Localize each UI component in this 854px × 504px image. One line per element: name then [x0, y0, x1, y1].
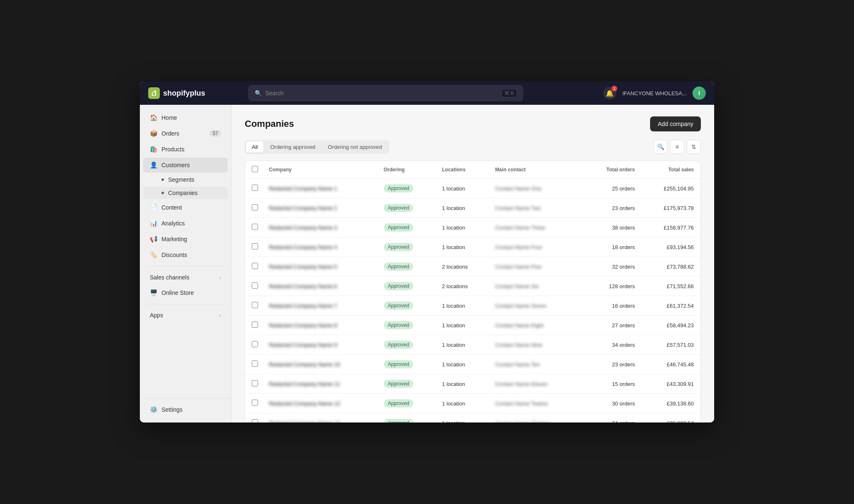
- row-checkbox-cell[interactable]: [245, 198, 262, 218]
- sidebar-item-products[interactable]: 🛍️ Products: [143, 142, 228, 157]
- company-name-cell[interactable]: Redacted Company Name 8: [262, 316, 377, 335]
- sidebar-item-apps[interactable]: Apps ›: [143, 308, 228, 322]
- filter-button[interactable]: ≡: [670, 140, 684, 154]
- row-checkbox-3[interactable]: [252, 243, 258, 250]
- company-name-cell[interactable]: Redacted Company Name 13: [262, 413, 377, 423]
- row-checkbox-8[interactable]: [252, 341, 258, 347]
- company-name-cell[interactable]: Redacted Company Name 5: [262, 257, 377, 277]
- sidebar-item-online-store[interactable]: 🖥️ Online Store: [143, 285, 228, 300]
- company-name-cell[interactable]: Redacted Company Name 4: [262, 237, 377, 257]
- search-shortcut: ⌘ K: [501, 89, 517, 97]
- approved-badge: Approved: [384, 380, 413, 388]
- analytics-icon: 📊: [150, 220, 157, 227]
- row-checkbox-11[interactable]: [252, 400, 258, 406]
- select-all-checkbox[interactable]: [252, 166, 258, 172]
- company-name-cell[interactable]: Redacted Company Name 11: [262, 374, 377, 394]
- table-row[interactable]: Redacted Company Name 12 Approved 1 loca…: [245, 394, 700, 413]
- row-checkbox-cell[interactable]: [245, 179, 262, 198]
- tab-ordering-approved[interactable]: Ordering approved: [264, 141, 321, 153]
- sidebar-item-home[interactable]: 🏠 Home: [143, 110, 228, 125]
- table-row[interactable]: Redacted Company Name 5 Approved 2 locat…: [245, 257, 700, 277]
- sidebar-item-settings-label: Settings: [161, 406, 183, 413]
- row-checkbox-cell[interactable]: [245, 296, 262, 316]
- row-checkbox-cell[interactable]: [245, 277, 262, 296]
- contact-name: Contact Name Four: [495, 244, 542, 250]
- company-name-cell[interactable]: Redacted Company Name 12: [262, 394, 377, 413]
- row-checkbox-0[interactable]: [252, 185, 258, 191]
- row-checkbox-12[interactable]: [252, 419, 258, 422]
- select-all-header[interactable]: [245, 161, 262, 179]
- row-checkbox-cell[interactable]: [245, 374, 262, 394]
- sidebar-item-content-label: Content: [161, 204, 182, 211]
- row-checkbox-10[interactable]: [252, 380, 258, 386]
- row-checkbox-cell[interactable]: [245, 218, 262, 237]
- sidebar-item-customers[interactable]: 👤 Customers: [143, 158, 228, 173]
- company-name-cell[interactable]: Redacted Company Name 3: [262, 218, 377, 237]
- company-name-cell[interactable]: Redacted Company Name 7: [262, 296, 377, 316]
- sidebar-item-orders[interactable]: 📦 Orders 57: [143, 126, 228, 141]
- row-checkbox-cell[interactable]: [245, 394, 262, 413]
- ordering-status-cell: Approved: [377, 355, 435, 374]
- sidebar-item-content[interactable]: 📄 Content: [143, 200, 228, 215]
- notification-button[interactable]: 🔔 1: [603, 86, 616, 100]
- company-name-cell[interactable]: Redacted Company Name 2: [262, 198, 377, 218]
- table-row[interactable]: Redacted Company Name 7 Approved 1 locat…: [245, 296, 700, 316]
- tab-all[interactable]: All: [246, 141, 263, 153]
- row-checkbox-1[interactable]: [252, 204, 258, 210]
- sidebar-subitem-segments[interactable]: Segments: [143, 173, 228, 186]
- row-checkbox-cell[interactable]: [245, 316, 262, 335]
- sidebar-item-discounts[interactable]: 🏷️ Discounts: [143, 247, 228, 262]
- row-checkbox-6[interactable]: [252, 302, 258, 308]
- company-name-cell[interactable]: Redacted Company Name 10: [262, 355, 377, 374]
- sidebar-subitem-segments-label: Segments: [168, 176, 194, 183]
- add-company-button[interactable]: Add company: [650, 116, 701, 131]
- sidebar-subitem-companies[interactable]: Companies: [143, 187, 228, 199]
- table-row[interactable]: Redacted Company Name 9 Approved 1 locat…: [245, 335, 700, 355]
- row-checkbox-4[interactable]: [252, 263, 258, 269]
- table-row[interactable]: Redacted Company Name 11 Approved 1 loca…: [245, 374, 700, 394]
- tab-ordering-not-approved[interactable]: Ordering not approved: [322, 141, 388, 153]
- sidebar-item-sales-channels[interactable]: Sales channels ›: [143, 270, 228, 284]
- user-avatar[interactable]: I: [693, 86, 706, 100]
- row-checkbox-cell[interactable]: [245, 237, 262, 257]
- search-placeholder: Search: [265, 90, 498, 96]
- sidebar-item-analytics[interactable]: 📊 Analytics: [143, 216, 228, 231]
- apps-arrow: ›: [219, 313, 221, 318]
- sidebar-item-marketing[interactable]: 📢 Marketing: [143, 232, 228, 247]
- topbar-right: 🔔 1 IFANCYONE WHOLESA... I: [603, 86, 706, 100]
- row-checkbox-7[interactable]: [252, 321, 258, 328]
- table-row[interactable]: Redacted Company Name 8 Approved 1 locat…: [245, 316, 700, 335]
- row-checkbox-5[interactable]: [252, 282, 258, 289]
- company-name-cell[interactable]: Redacted Company Name 9: [262, 335, 377, 355]
- ordering-status-cell: Approved: [377, 316, 435, 335]
- row-checkbox-9[interactable]: [252, 361, 258, 367]
- company-name-cell[interactable]: Redacted Company Name 6: [262, 277, 377, 296]
- row-checkbox-cell[interactable]: [245, 257, 262, 277]
- table-row[interactable]: Redacted Company Name 10 Approved 1 loca…: [245, 355, 700, 374]
- table-row[interactable]: Redacted Company Name 2 Approved 1 locat…: [245, 198, 700, 218]
- locations-cell: 1 location: [435, 296, 489, 316]
- approved-badge: Approved: [384, 341, 413, 349]
- table-row[interactable]: Redacted Company Name 6 Approved 2 locat…: [245, 277, 700, 296]
- total-sales-cell: £36,882.54: [641, 413, 700, 423]
- row-checkbox-cell[interactable]: [245, 355, 262, 374]
- search-bar[interactable]: 🔍 Search ⌘ K: [248, 85, 523, 101]
- sort-button[interactable]: ⇅: [687, 140, 701, 154]
- table-row[interactable]: Redacted Company Name 4 Approved 1 locat…: [245, 237, 700, 257]
- table-row[interactable]: Redacted Company Name 13 Approved 1 loca…: [245, 413, 700, 423]
- marketing-icon: 📢: [150, 235, 157, 243]
- content-area: Companies Add company All Ordering appro…: [231, 105, 714, 422]
- sidebar-divider-1: [146, 266, 224, 267]
- table-row[interactable]: Redacted Company Name 1 Approved 1 locat…: [245, 179, 700, 198]
- search-filter-button[interactable]: 🔍: [653, 140, 668, 154]
- contact-name: Contact Name Six: [495, 283, 539, 289]
- sidebar-item-settings[interactable]: ⚙️ Settings: [143, 402, 228, 417]
- row-checkbox-cell[interactable]: [245, 413, 262, 423]
- table-row[interactable]: Redacted Company Name 3 Approved 1 locat…: [245, 218, 700, 237]
- sidebar: 🏠 Home 📦 Orders 57 🛍️ Products 👤 Custome…: [140, 105, 231, 422]
- row-checkbox-cell[interactable]: [245, 335, 262, 355]
- row-checkbox-2[interactable]: [252, 224, 258, 230]
- contact-name: Contact Name Eleven: [495, 381, 548, 387]
- company-name-cell[interactable]: Redacted Company Name 1: [262, 179, 377, 198]
- segments-dot: [161, 178, 164, 181]
